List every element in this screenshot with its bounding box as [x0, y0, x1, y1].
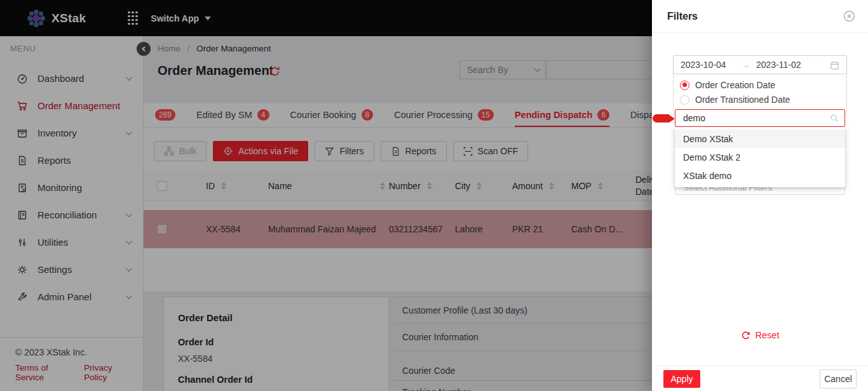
close-icon[interactable]	[843, 10, 855, 22]
drawer-footer: Apply Cancel	[652, 366, 868, 391]
calendar-icon	[830, 60, 839, 70]
dropdown-option[interactable]: XStak demo	[675, 166, 845, 185]
date-filter-group: 2023-10-04 → 2023-11-02 Order Creation D…	[673, 55, 847, 115]
apply-button[interactable]: Apply	[663, 370, 700, 388]
reset-icon	[741, 331, 750, 340]
store-search-field	[675, 109, 845, 127]
radio-icon	[680, 81, 689, 90]
dropdown-option[interactable]: Demo XStak	[675, 129, 845, 148]
arrow-right-icon: →	[742, 60, 750, 70]
filters-title: Filters	[667, 11, 698, 22]
date-range-picker[interactable]: 2023-10-04 → 2023-11-02	[673, 55, 847, 74]
radio-label: Order Creation Date	[695, 80, 775, 90]
reset-label: Reset	[756, 330, 780, 340]
cancel-button[interactable]: Cancel	[820, 369, 857, 388]
radio-order-creation-date[interactable]: Order Creation Date	[680, 80, 840, 90]
filters-drawer: Filters 2023-10-04 → 2023-11-02 Order Cr…	[652, 0, 868, 391]
annotation-arrow	[653, 114, 675, 123]
dropdown-option[interactable]: Demo XStak 2	[675, 148, 845, 166]
date-to[interactable]: 2023-11-02	[756, 60, 830, 70]
radio-order-transitioned-date[interactable]: Order Transitioned Date	[680, 95, 840, 105]
reset-button[interactable]: Reset	[652, 330, 868, 340]
store-search-input[interactable]	[675, 113, 830, 123]
store-options-dropdown: Demo XStak Demo XStak 2 XStak demo	[675, 127, 845, 187]
date-from[interactable]: 2023-10-04	[681, 60, 742, 70]
radio-icon	[680, 95, 689, 105]
radio-label: Order Transitioned Date	[695, 95, 790, 105]
search-icon	[830, 114, 839, 123]
